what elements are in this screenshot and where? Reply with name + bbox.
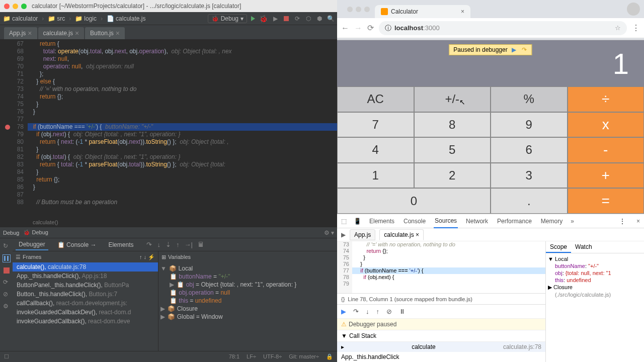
- calc-button[interactable]: +: [568, 163, 645, 189]
- debug-icon[interactable]: 🐞: [259, 15, 268, 23]
- calc-button[interactable]: 5: [414, 137, 491, 163]
- vars-list[interactable]: ▼ 📦 Local📋 buttonName = "+/-"▶ 📋 obj = O…: [158, 262, 337, 351]
- calc-button[interactable]: 0: [337, 188, 491, 214]
- step-out-icon[interactable]: ↑: [376, 308, 380, 315]
- elements-tab[interactable]: Elements: [105, 240, 136, 250]
- editor-tab[interactable]: Button.js×: [85, 27, 125, 39]
- resume-icon[interactable]: ▶: [341, 308, 346, 315]
- devtools-tab[interactable]: Elements: [368, 215, 395, 228]
- calc-button[interactable]: 8: [414, 112, 491, 138]
- breadcrumb-item[interactable]: 📁 logic: [75, 15, 97, 22]
- encoding[interactable]: UTF-8÷: [263, 353, 282, 360]
- browser-tab[interactable]: Calculator ×: [375, 5, 470, 18]
- rerun-icon[interactable]: ↻: [3, 242, 10, 249]
- todo-icon[interactable]: ☐: [4, 353, 9, 360]
- coverage-icon[interactable]: ▶: [272, 15, 279, 22]
- calc-button[interactable]: 9: [491, 112, 568, 138]
- console-tab[interactable]: 📋 Console →: [54, 240, 100, 250]
- mute-bp-icon[interactable]: ⊘: [3, 291, 10, 298]
- stop-icon[interactable]: [283, 15, 290, 22]
- run-config-selector[interactable]: 🐞 Debug ▾: [208, 14, 247, 23]
- menu-icon[interactable]: ⋮: [632, 23, 640, 33]
- close-icon[interactable]: ×: [636, 218, 640, 225]
- close-icon[interactable]: ×: [461, 8, 464, 15]
- git-branch[interactable]: Git: master÷: [289, 353, 319, 360]
- devtools-tab[interactable]: Sources: [434, 214, 458, 228]
- breadcrumb-item[interactable]: 📄 calculate.js: [107, 15, 145, 22]
- search-icon[interactable]: 🔍: [327, 15, 334, 22]
- run-icon[interactable]: [251, 16, 255, 21]
- resume-icon[interactable]: ▶: [511, 46, 518, 53]
- gear-icon[interactable]: ⚙ ▾: [324, 229, 334, 236]
- step-into-icon[interactable]: ↓: [157, 241, 160, 248]
- toolbar-icon[interactable]: ⬡: [305, 15, 312, 22]
- watch-tab[interactable]: Watch: [571, 241, 596, 253]
- devtools-tab[interactable]: Memory: [540, 215, 564, 228]
- editor-tab[interactable]: calculate.js×: [38, 27, 85, 39]
- debugger-tab[interactable]: Debugger: [16, 239, 48, 250]
- source-code[interactable]: 73747576777879 // '=' with no operation,…: [337, 241, 545, 293]
- file-tab[interactable]: App.js: [350, 229, 375, 240]
- scope-tab[interactable]: Scope: [546, 241, 571, 253]
- step-icon[interactable]: ↷: [521, 46, 528, 53]
- step-into-my-icon[interactable]: ⇣: [166, 241, 171, 248]
- menu-icon[interactable]: ⋮: [619, 218, 625, 225]
- calc-button[interactable]: -: [568, 137, 645, 163]
- address-bar[interactable]: ⓘ localhost:3000 ☆: [379, 21, 627, 35]
- calc-button[interactable]: ÷: [568, 86, 645, 112]
- close-icon[interactable]: [4, 4, 10, 9]
- evaluate-icon[interactable]: 🖩: [198, 241, 204, 248]
- window-controls[interactable]: [347, 7, 370, 12]
- toolbar-icon[interactable]: ⟳: [294, 15, 301, 22]
- lock-icon[interactable]: 🔒: [326, 353, 333, 360]
- code-area[interactable]: return { total: operate(obj.total, obj.n…: [28, 39, 337, 219]
- step-out-icon[interactable]: ↑: [176, 241, 180, 248]
- run-to-cursor-icon[interactable]: →|: [184, 241, 192, 248]
- toolbar-icon[interactable]: ⬢: [316, 15, 323, 22]
- stop-icon[interactable]: [4, 267, 10, 274]
- window-controls[interactable]: [4, 4, 27, 9]
- devtools-tab[interactable]: Console: [403, 215, 427, 228]
- callstack-list[interactable]: ▸ calculatecalculate.js:78App._this.hand…: [337, 342, 545, 362]
- calc-button[interactable]: 6: [491, 137, 568, 163]
- code-editor[interactable]: 6768697071727374757677787980818283848586…: [0, 39, 337, 219]
- step-into-icon[interactable]: ↓: [366, 308, 369, 315]
- pause-exc-icon[interactable]: ⏸: [399, 308, 406, 315]
- step-over-icon[interactable]: ↷: [146, 241, 152, 248]
- maximize-icon[interactable]: [21, 4, 27, 9]
- breadcrumb-item[interactable]: 📁 calculator: [3, 15, 38, 22]
- pause-icon[interactable]: [3, 254, 11, 262]
- navigator-icon[interactable]: ▶: [341, 231, 346, 238]
- frames-list[interactable]: calculate(), calculate.js:78App._this.ha…: [13, 262, 158, 351]
- devtools-tab[interactable]: Network: [465, 215, 489, 228]
- breadcrumb-item[interactable]: 📁 src: [48, 15, 65, 22]
- close-icon[interactable]: ×: [116, 29, 120, 37]
- calc-button[interactable]: 3: [491, 163, 568, 189]
- avatar[interactable]: [627, 3, 640, 16]
- nav-icon[interactable]: ↑ ↓ ⚡: [139, 254, 155, 260]
- info-icon[interactable]: ⓘ: [385, 24, 391, 33]
- close-icon[interactable]: ×: [28, 29, 32, 37]
- more-icon[interactable]: »: [571, 218, 574, 225]
- devtools-tab[interactable]: Performance: [496, 215, 533, 228]
- restart-icon[interactable]: ⟳: [3, 279, 10, 286]
- calc-button[interactable]: =: [568, 188, 645, 214]
- callstack-header[interactable]: ▼Call Stack: [337, 330, 545, 342]
- deactivate-bp-icon[interactable]: ⊘: [386, 308, 392, 315]
- step-over-icon[interactable]: ↷: [353, 308, 359, 315]
- inspect-icon[interactable]: ⬚: [341, 218, 347, 225]
- calc-button[interactable]: 7: [337, 112, 414, 138]
- line-ending[interactable]: LF÷: [247, 353, 256, 360]
- calc-button[interactable]: 1: [337, 163, 414, 189]
- calc-button[interactable]: .: [491, 188, 568, 214]
- editor-tab[interactable]: App.js×: [4, 27, 37, 39]
- file-tab[interactable]: calculate.js ×: [379, 229, 424, 240]
- minimize-icon[interactable]: [13, 4, 18, 9]
- back-icon[interactable]: ←: [341, 24, 349, 33]
- calc-button[interactable]: %: [491, 86, 568, 112]
- calc-button[interactable]: AC: [337, 86, 414, 112]
- scope-body[interactable]: ▼ LocalbuttonName: "+/-"obj: {total: nul…: [546, 253, 644, 362]
- calc-button[interactable]: +/-: [414, 86, 491, 112]
- calc-button[interactable]: 4: [337, 137, 414, 163]
- settings-icon[interactable]: ⚙: [3, 303, 10, 310]
